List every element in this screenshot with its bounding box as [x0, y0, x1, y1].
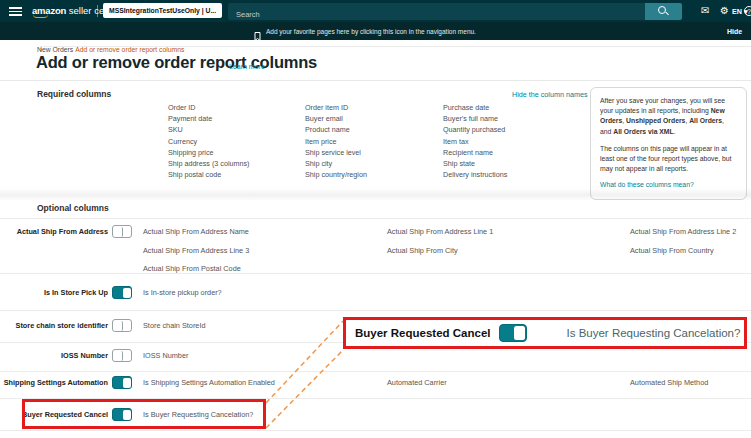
column-item: Actual Ship From Address Name: [143, 227, 249, 236]
required-columns-heading: Required columns: [37, 89, 111, 99]
annotation-callout: Buyer Requested Cancel Is Buyer Requesti…: [343, 317, 747, 349]
row-separator: [0, 371, 751, 372]
column-item: Actual Ship From Address Line 3: [143, 246, 249, 255]
required-column-item: Item tax: [443, 136, 507, 147]
settings-gear-icon[interactable]: ⚙: [720, 4, 729, 18]
required-column-item: Ship address (3 columns): [168, 158, 250, 169]
required-column-item: Product name: [305, 124, 367, 135]
breadcrumb-parent-link[interactable]: New Orders: [37, 46, 73, 53]
row-separator: [0, 310, 751, 311]
title-divider: [0, 80, 751, 81]
actual-ship-from-address-toggle[interactable]: [112, 225, 132, 238]
store-chain-store-identifier-toggle[interactable]: [112, 319, 132, 332]
callout-label: Buyer Requested Cancel: [355, 327, 491, 339]
column-item: Actual Ship From Postal Code: [143, 264, 241, 273]
favorites-banner: Add your favorite pages here by clicking…: [0, 22, 751, 40]
column-item: IOSS Number: [143, 351, 188, 360]
banner-hide-button[interactable]: Hide: [727, 28, 742, 35]
required-column-item: SKU: [168, 124, 250, 135]
search-button[interactable]: [645, 3, 682, 20]
banner-message: Add your favorite pages here by clicking…: [266, 28, 476, 35]
row-separator: [0, 398, 751, 399]
account-selector-button[interactable]: MSSIntegrationTestUseOnly | U...: [103, 3, 222, 18]
search-bar[interactable]: [228, 3, 645, 20]
row-label: Shipping Settings Automation: [0, 378, 108, 387]
search-icon: [658, 6, 668, 17]
required-column-item: Buyer email: [305, 113, 367, 124]
column-item: Is Buyer Requesting Cancelation?: [143, 410, 253, 419]
required-column-item: Ship state: [443, 158, 507, 169]
row-label: IOSS Number: [0, 351, 108, 360]
required-column-item: Currency: [168, 136, 250, 147]
column-item: Actual Ship From Address Line 2: [630, 227, 736, 236]
info-paragraph-2: The columns on this page will appear in …: [600, 144, 737, 175]
required-column-item: Ship service level: [305, 147, 367, 158]
required-column-item: Recipient name: [443, 147, 507, 158]
hamburger-menu-icon[interactable]: [9, 7, 22, 16]
required-column-item: Quantity purchased: [443, 124, 507, 135]
row-label: Buyer Requested Cancel: [0, 410, 108, 419]
bookmark-icon: [254, 27, 261, 45]
required-column-item: Ship postal code: [168, 169, 250, 180]
column-item: Is Shipping Settings Automation Enabled: [143, 378, 275, 387]
required-columns-list-2: Order item ID Buyer email Product name I…: [305, 102, 367, 180]
shipping-settings-automation-toggle[interactable]: [112, 376, 132, 389]
column-item: Actual Ship From Country: [630, 246, 714, 255]
required-columns-list-3: Purchase date Buyer's full name Quantity…: [443, 102, 507, 180]
column-item: Is In-store pickup order?: [143, 288, 222, 297]
ioss-number-toggle[interactable]: [112, 349, 132, 362]
learn-more-link[interactable]: Learn more: [229, 63, 265, 70]
section-shadow: [0, 188, 751, 201]
search-input[interactable]: [228, 6, 645, 23]
breadcrumb-separator: ›: [40, 46, 751, 47]
column-item: Automated Ship Method: [630, 378, 708, 387]
column-item: Automated Carrier: [387, 378, 447, 387]
amazon-smile-icon: [33, 14, 48, 18]
is-in-store-pick-up-toggle[interactable]: [112, 286, 132, 299]
row-separator: [0, 218, 751, 219]
row-label: Is In Store Pick Up: [0, 288, 108, 297]
top-navigation-bar: amazon seller central MSSIntegrationTest…: [0, 0, 751, 22]
column-item: Actual Ship From City: [387, 246, 458, 255]
page-title: Add or remove order report columns: [36, 53, 317, 72]
required-column-item: Ship country/region: [305, 169, 367, 180]
row-separator: [0, 430, 751, 431]
required-column-item: Delivery instructions: [443, 169, 507, 180]
optional-columns-heading: Optional columns: [37, 203, 109, 213]
required-column-item: Ship city: [305, 158, 367, 169]
column-item: Store chain StoreId: [143, 321, 205, 330]
breadcrumb-current: Add or remove order report columns: [75, 46, 184, 53]
required-column-item: Purchase date: [443, 102, 507, 113]
hide-column-names-link[interactable]: Hide the column names: [512, 90, 588, 99]
row-separator: [0, 273, 751, 274]
reports-info-box: After you save your changes, you will se…: [590, 87, 747, 200]
row-label: Store chain store identifier: [0, 321, 108, 330]
buyer-requested-cancel-toggle[interactable]: [112, 408, 132, 421]
required-column-item: Payment date: [168, 113, 250, 124]
column-item: Actual Ship From Address Line 1: [387, 227, 493, 236]
required-column-item: Item price: [305, 136, 367, 147]
required-column-item: Shipping price: [168, 147, 250, 158]
callout-description: Is Buyer Requesting Cancelation?: [567, 327, 741, 339]
header-divider: [97, 5, 98, 17]
row-label: Actual Ship From Address: [0, 227, 108, 236]
callout-toggle-icon: [499, 324, 527, 342]
required-column-item: Order item ID: [305, 102, 367, 113]
required-columns-list-1: Order ID Payment date SKU Currency Shipp…: [168, 102, 250, 180]
required-column-item: Buyer's full name: [443, 113, 507, 124]
breadcrumb: New Orders › Add or remove order report …: [37, 46, 184, 53]
messages-icon[interactable]: ✉: [701, 4, 709, 18]
info-paragraph-1: After you save your changes, you will se…: [600, 96, 737, 137]
help-icon[interactable]: ?: [744, 6, 751, 16]
required-column-item: Order ID: [168, 102, 250, 113]
